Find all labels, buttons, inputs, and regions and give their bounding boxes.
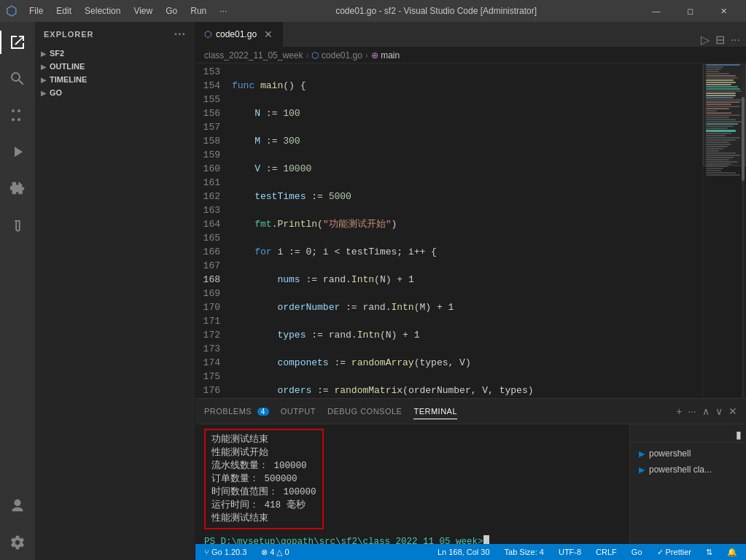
window-controls: ― ◻ ✕	[640, 0, 740, 22]
terminal-line-4: 订单数量： 500000	[211, 472, 316, 486]
branch-icon: ⑂	[204, 548, 209, 556]
tab-output[interactable]: OUTPUT	[281, 404, 316, 419]
tab-code01[interactable]: ⬡ code01.go ✕	[195, 22, 283, 47]
menu-bar: File Edit Selection View Go Run ···	[23, 4, 233, 18]
menu-run[interactable]: Run	[184, 4, 212, 18]
status-language[interactable]: Go	[629, 544, 645, 560]
minimap	[702, 63, 746, 398]
terminal-sidebar-separator: ▮	[736, 429, 742, 440]
terminal-prompt: PS D:\mysetup\gopath\src\sf2\class_2022_…	[204, 535, 483, 544]
terminal-tab-powershell[interactable]: ▶ powershell	[630, 446, 746, 462]
close-button[interactable]: ✕	[707, 0, 740, 22]
tab-label: code01.go	[216, 29, 257, 39]
prettier-check-icon: ✓	[657, 548, 664, 557]
sync-icon: ⇅	[706, 548, 712, 557]
run-button[interactable]: ▷	[701, 33, 710, 47]
terminal-line-5: 时间数值范围： 100000	[211, 486, 316, 499]
window-title: code01.go - sf2 - Visual Studio Code [Ad…	[236, 6, 637, 16]
app-icon: ⬡	[6, 3, 18, 19]
activity-bar	[0, 22, 35, 560]
status-branch[interactable]: ⑂ Go 1.20.3	[201, 544, 249, 560]
code-content[interactable]: func main() { N := 100 M := 300 V := 100…	[226, 63, 702, 398]
status-eol[interactable]: CRLF	[593, 544, 620, 560]
status-errors[interactable]: ⊗ 4 △ 0	[258, 544, 292, 560]
run-debug-activity-icon[interactable]	[0, 134, 35, 169]
minimize-button[interactable]: ―	[640, 0, 673, 22]
test-activity-icon[interactable]	[0, 210, 35, 245]
go-arrow-icon: ▶	[41, 89, 47, 97]
status-tab-size[interactable]: Tab Size: 4	[502, 544, 547, 560]
sidebar-item-go[interactable]: ▶ GO	[35, 86, 195, 99]
menu-view[interactable]: View	[128, 4, 158, 18]
timeline-arrow-icon: ▶	[41, 76, 47, 84]
status-go-version: Go 1.20.3	[211, 548, 246, 556]
sf2-label: SF2	[50, 49, 64, 58]
terminal-content[interactable]: 功能测试结束 性能测试开始 流水线数量： 100000 订单数量： 500000…	[195, 424, 629, 544]
status-notifications[interactable]: 🔔	[724, 544, 740, 560]
tab-more-button[interactable]: ···	[731, 34, 740, 47]
panel-more-button[interactable]: ···	[688, 405, 696, 417]
account-activity-icon[interactable]	[0, 489, 35, 524]
menu-selection[interactable]: Selection	[79, 4, 126, 18]
tab-close-button[interactable]: ✕	[264, 28, 273, 40]
status-prettier[interactable]: ✓ Prettier	[654, 544, 694, 560]
panel-close-button[interactable]: ✕	[728, 405, 737, 417]
language-label: Go	[632, 548, 642, 556]
error-count: 4	[270, 548, 274, 556]
tab-bar: ⬡ code01.go ✕ ▷ ⊟ ···	[195, 22, 746, 47]
source-control-activity-icon[interactable]	[0, 98, 35, 133]
panel-expand-button[interactable]: ∨	[715, 405, 723, 417]
maximize-button[interactable]: ◻	[673, 0, 707, 22]
breadcrumb-sep1: ›	[306, 50, 308, 61]
terminal-sidebar: ▮ ▶ powershell ▶ powershell cla...	[629, 424, 746, 544]
cursor-position: Ln 168, Col 30	[438, 548, 490, 556]
tab-problems[interactable]: PROBLEMS 4	[204, 404, 269, 419]
encoding-label: UTF-8	[559, 548, 581, 556]
tab-size-label: Tab Size: 4	[505, 548, 544, 556]
sidebar-header: Explorer ···	[35, 22, 195, 47]
terminal-line-3: 流水线数量： 100000	[211, 459, 316, 472]
go-label: GO	[50, 88, 62, 97]
prettier-label: Prettier	[666, 548, 691, 556]
terminal-line-2: 性能测试开始	[211, 446, 316, 459]
terminal-line-7: 性能测试结束	[211, 512, 316, 525]
breadcrumb-file[interactable]: ⬡ code01.go	[311, 50, 362, 61]
terminal-tab-powershell2[interactable]: ▶ powershell cla...	[630, 462, 746, 478]
sidebar-title: Explorer	[44, 30, 94, 39]
status-encoding[interactable]: UTF-8	[556, 544, 584, 560]
menu-go[interactable]: Go	[160, 4, 183, 18]
status-cursor[interactable]: Ln 168, Col 30	[435, 544, 493, 560]
breadcrumb-symbol[interactable]: ⊕ main	[371, 50, 400, 61]
tab-debug-console[interactable]: DEBUG CONSOLE	[327, 404, 402, 419]
sidebar-item-timeline[interactable]: ▶ TIMELINE	[35, 73, 195, 86]
outline-label: OUTLINE	[50, 62, 85, 71]
terminal-tab-ps-label: powershell	[649, 448, 691, 459]
new-terminal-button[interactable]: +	[676, 405, 682, 417]
sidebar-item-sf2[interactable]: ▶ SF2	[35, 47, 195, 60]
extensions-activity-icon[interactable]	[0, 171, 35, 206]
sidebar-more-button[interactable]: ···	[174, 28, 186, 41]
eol-label: CRLF	[596, 548, 617, 556]
breadcrumb-folder[interactable]: class_2022_11_05_week	[204, 50, 303, 61]
status-bar: ⑂ Go 1.20.3 ⊗ 4 △ 0 Ln 168, Col 30 Tab S…	[195, 544, 746, 560]
search-activity-icon[interactable]	[0, 61, 35, 96]
terminal-output-box: 功能测试结束 性能测试开始 流水线数量： 100000 订单数量： 500000…	[204, 429, 324, 529]
timeline-label: TIMELINE	[50, 75, 87, 84]
menu-edit[interactable]: Edit	[50, 4, 77, 18]
sidebar-item-outline[interactable]: ▶ OUTLINE	[35, 60, 195, 73]
menu-more[interactable]: ···	[214, 4, 233, 18]
settings-activity-icon[interactable]	[0, 525, 35, 560]
code-editor[interactable]: 153 154 155 156 157 158 159 160 161 162 …	[195, 63, 746, 398]
tab-terminal[interactable]: TERMINAL	[413, 404, 457, 419]
terminal-line-6: 运行时间： 418 毫秒	[211, 499, 316, 512]
terminal-container: 功能测试结束 性能测试开始 流水线数量： 100000 订单数量： 500000…	[195, 424, 746, 544]
split-editor-button[interactable]: ⊟	[715, 33, 725, 47]
panel-collapse-button[interactable]: ∧	[702, 405, 710, 417]
main-container: Explorer ··· ▶ SF2 ▶ OUTLINE ▶ TIMELINE …	[0, 22, 746, 560]
warning-count: 0	[284, 548, 289, 556]
status-sync[interactable]: ⇅	[703, 544, 715, 560]
panel-actions: + ··· ∧ ∨ ✕	[676, 405, 737, 417]
explorer-activity-icon[interactable]	[0, 25, 35, 60]
menu-file[interactable]: File	[23, 4, 49, 18]
outline-arrow-icon: ▶	[41, 63, 47, 71]
